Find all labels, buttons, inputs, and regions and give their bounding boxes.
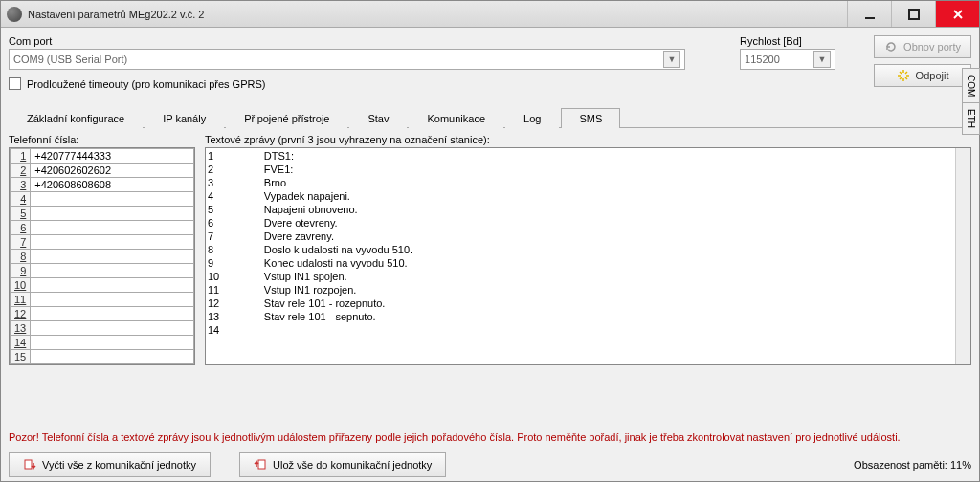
table-row[interactable]: 9	[11, 264, 194, 278]
message-cell[interactable]: Dvere zavreny.	[264, 230, 953, 242]
minimize-button[interactable]	[847, 1, 891, 27]
tab-ip-channels[interactable]: IP kanály	[145, 108, 224, 128]
message-cell[interactable]: Brno	[264, 177, 953, 188]
phone-cell[interactable]	[31, 250, 194, 264]
table-row[interactable]: 2+420602602602	[11, 164, 194, 178]
table-row[interactable]: 14	[208, 324, 953, 336]
table-row[interactable]: 15	[11, 350, 194, 364]
tab-bar: Základní konfigurace IP kanály Připojené…	[9, 107, 971, 128]
table-row[interactable]: 5Napajeni obnoveno.	[208, 204, 953, 215]
table-row[interactable]: 9Konec udalosti na vyvodu 510.	[208, 257, 953, 269]
table-row[interactable]: 14	[11, 336, 194, 350]
row-number: 6	[11, 221, 31, 235]
table-row[interactable]: 10Vstup IN1 spojen.	[208, 271, 953, 282]
table-row[interactable]: 4	[11, 192, 194, 207]
message-cell[interactable]: Dvere otevreny.	[264, 217, 953, 229]
app-window: Nastavení parametrů MEg202.2 v.č. 2 COM …	[0, 0, 980, 482]
phone-cell[interactable]	[31, 336, 194, 350]
tab-basic-config[interactable]: Základní konfigurace	[9, 108, 143, 128]
phone-cell[interactable]	[31, 321, 194, 336]
message-cell[interactable]: Doslo k udalosti na vyvodu 510.	[264, 244, 953, 255]
table-row[interactable]: 12	[11, 307, 194, 321]
phone-cell[interactable]	[31, 264, 194, 278]
tab-connected-devices[interactable]: Připojené přístroje	[226, 108, 347, 128]
table-row[interactable]: 1DTS1:	[208, 150, 953, 162]
row-number: 3	[11, 178, 31, 192]
disconnect-button[interactable]: Odpojit	[874, 64, 971, 87]
message-cell[interactable]: DTS1:	[264, 150, 953, 162]
message-cell[interactable]: Stav rele 101 - sepnuto.	[264, 311, 953, 322]
phone-cell[interactable]	[31, 221, 194, 235]
message-cell[interactable]: Konec udalosti na vyvodu 510.	[264, 257, 953, 269]
table-row[interactable]: 13Stav rele 101 - sepnuto.	[208, 311, 953, 322]
table-row[interactable]: 4Vypadek napajeni.	[208, 190, 953, 202]
tab-log[interactable]: Log	[505, 108, 559, 128]
phone-cell[interactable]: +420777444333	[31, 149, 194, 164]
table-row[interactable]: 3Brno	[208, 177, 953, 188]
message-cell[interactable]	[264, 324, 953, 336]
message-cell[interactable]: Napajeni obnoveno.	[264, 204, 953, 215]
phone-cell[interactable]	[31, 293, 194, 307]
tab-communication[interactable]: Komunikace	[409, 108, 503, 128]
phone-cell[interactable]	[31, 192, 194, 207]
read-all-button[interactable]: Vyčti vše z komunikační jednotky	[9, 452, 211, 477]
messages-grid[interactable]: 1DTS1:2FVE1:3Brno4Vypadek napajeni.5Napa…	[205, 147, 971, 365]
phone-cell[interactable]: +420608608608	[31, 178, 194, 192]
table-row[interactable]: 2FVE1:	[208, 164, 953, 175]
table-row[interactable]: 7Dvere zavreny.	[208, 230, 953, 242]
table-row[interactable]: 13	[11, 321, 194, 336]
phone-cell[interactable]	[31, 207, 194, 221]
extended-timeouts-checkbox[interactable]	[9, 77, 21, 90]
dropdown-arrow-icon: ▼	[663, 51, 680, 68]
row-number: 2	[11, 164, 31, 178]
phone-cell[interactable]	[31, 307, 194, 321]
table-row[interactable]: 7	[11, 235, 194, 250]
row-number: 2	[208, 164, 262, 175]
tab-sms[interactable]: SMS	[561, 108, 620, 128]
table-row[interactable]: 12Stav rele 101 - rozepnuto.	[208, 297, 953, 309]
content-area: COM ETH Com port COM9 (USB Serial Port) …	[1, 28, 979, 481]
table-row[interactable]: 5	[11, 207, 194, 221]
table-row[interactable]: 3+420608608608	[11, 178, 194, 192]
tab-status[interactable]: Stav	[349, 108, 407, 128]
speed-label: Rychlost [Bd]	[740, 35, 835, 47]
table-row[interactable]: 6	[11, 221, 194, 235]
comport-label: Com port	[9, 35, 711, 47]
row-number: 9	[208, 257, 262, 269]
message-cell[interactable]: FVE1:	[264, 164, 953, 175]
svg-rect-12	[25, 460, 32, 469]
comport-select[interactable]: COM9 (USB Serial Port) ▼	[9, 49, 685, 70]
phone-cell[interactable]	[31, 278, 194, 293]
speed-select[interactable]: 115200 ▼	[740, 49, 835, 70]
scrollbar[interactable]	[955, 148, 970, 364]
message-cell[interactable]: Vypadek napajeni.	[264, 190, 953, 202]
table-row[interactable]: 1+420777444333	[11, 149, 194, 164]
table-row[interactable]: 6Dvere otevreny.	[208, 217, 953, 229]
window-title: Nastavení parametrů MEg202.2 v.č. 2	[28, 9, 847, 20]
warning-text: Pozor! Telefonní čísla a textové zprávy …	[9, 431, 971, 443]
row-number: 14	[11, 336, 31, 350]
message-cell[interactable]: Vstup IN1 rozpojen.	[264, 284, 953, 296]
row-number: 9	[11, 264, 31, 278]
message-cell[interactable]: Vstup IN1 spojen.	[264, 271, 953, 282]
table-row[interactable]: 10	[11, 278, 194, 293]
phone-cell[interactable]	[31, 235, 194, 250]
maximize-button[interactable]	[891, 1, 935, 27]
row-number: 15	[11, 350, 31, 364]
phone-cell[interactable]	[31, 350, 194, 364]
table-row[interactable]: 11	[11, 293, 194, 307]
close-button[interactable]	[935, 1, 979, 27]
row-number: 1	[11, 149, 31, 164]
side-tab-eth[interactable]: ETH	[962, 102, 980, 135]
row-number: 7	[208, 230, 262, 242]
table-row[interactable]: 8Doslo k udalosti na vyvodu 510.	[208, 244, 953, 255]
refresh-ports-button[interactable]: Obnov porty	[874, 35, 971, 58]
table-row[interactable]: 11Vstup IN1 rozpojen.	[208, 284, 953, 296]
save-all-button[interactable]: Ulož vše do komunikační jednotky	[239, 452, 446, 477]
phone-cell[interactable]: +420602602602	[31, 164, 194, 178]
message-cell[interactable]: Stav rele 101 - rozepnuto.	[264, 297, 953, 309]
row-number: 8	[208, 244, 262, 255]
table-row[interactable]: 8	[11, 250, 194, 264]
side-tab-com[interactable]: COM	[962, 68, 980, 103]
phones-grid[interactable]: 1+4207774443332+4206026026023+4206086086…	[9, 147, 195, 365]
